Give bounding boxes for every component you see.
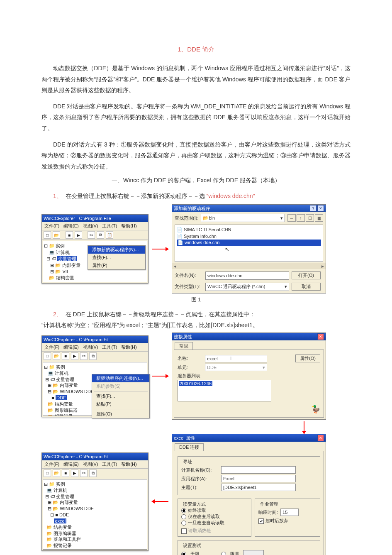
wincc2-title-text: WinCCExplorer - C:\Program Fil <box>44 337 108 342</box>
tool2-cut-icon[interactable]: ✂ <box>80 352 88 360</box>
tree-root[interactable]: 实例 <box>56 243 65 248</box>
paragraph-3: DDE 的对话方式有 3 种：①服务器数据变化时，直接把数据送给客户，由客户对这… <box>41 139 351 172</box>
connprops-name-input[interactable]: excelⅠ <box>205 355 267 362</box>
connprops-unit-label: 单元: <box>178 364 202 371</box>
wincc2-context-menu[interactable]: 新驱动程序的连接(N)... 系统参数(S) 查找(F)... 粘贴(P) 属性… <box>92 374 150 418</box>
t2-alarm[interactable]: 报警记录 <box>55 414 73 416</box>
nav-viewmode-icon[interactable]: ▦ <box>315 214 323 222</box>
menu2-tools[interactable]: 工具(T) <box>102 344 117 350</box>
tree-internal[interactable]: 内部变量 <box>62 263 80 268</box>
menu-view[interactable]: 视图(V) <box>83 223 98 229</box>
ctx-find[interactable]: 查找(F)... <box>88 254 145 262</box>
wincc3-toolbar[interactable]: □📂 ■▶ ✂⧉ <box>42 469 148 478</box>
wincc2-titlebar[interactable]: WinCCExplorer - C:\Program Fil <box>42 336 148 343</box>
filename-field[interactable]: windows dde.chn <box>205 271 289 280</box>
menu2-help[interactable]: 帮助(H) <box>121 344 136 350</box>
tree-graphics[interactable]: 图形编辑 <box>56 282 74 283</box>
ctx2-new-driver-conn[interactable]: 新驱动程序的连接(N)... <box>92 374 149 382</box>
tool-new-icon[interactable]: □ <box>44 231 51 239</box>
tool-copy-icon[interactable]: ⧉ <box>97 231 104 239</box>
menu2-edit[interactable]: 编辑(E) <box>63 344 79 350</box>
connprops-tab-general[interactable]: 常规 <box>175 342 193 350</box>
file-item-0[interactable]: 📄 SIMATIC TI Serial.CHN <box>177 227 321 233</box>
t2-dde[interactable]: DDE <box>56 395 67 400</box>
filetype-field[interactable]: WinCC 通讯驱动程序 (*.chn)▾ <box>205 283 289 291</box>
connprops-close-icon[interactable]: ✕ <box>317 333 324 340</box>
file-list-hscroll[interactable]: ◄► <box>172 263 326 269</box>
wincc1-titlebar[interactable]: WinCCExplorer - C:\Program File <box>42 215 148 222</box>
t3-excel[interactable]: excel <box>54 518 66 523</box>
tree-struct[interactable]: 结构变量 <box>56 275 74 280</box>
excelprops-close-icon[interactable]: ✕ <box>317 435 324 441</box>
tool-run-icon[interactable]: ■ <box>66 231 73 239</box>
topic-input[interactable]: [DDE.xls]Sheet1 <box>221 484 296 491</box>
open-button[interactable]: 打开(O) <box>292 271 321 279</box>
t2-varmgmt[interactable]: 变量管理 <box>56 377 74 382</box>
tool-cut-icon[interactable]: ✂ <box>88 231 95 239</box>
tool2-copy-icon[interactable]: ⧉ <box>89 352 97 360</box>
wincc2-toolbar[interactable]: □ 📂 ■ ▶ ✂ ⧉ <box>42 352 148 361</box>
wincc1-toolbar[interactable]: □ 📂 ■ ▶ ✂ ⧉ 📋 <box>42 230 148 240</box>
server-entry[interactable]: 20001026-1246 <box>179 381 212 386</box>
ctx2-props[interactable]: 属性(O) <box>92 410 149 418</box>
tool2-open-icon[interactable]: 📂 <box>53 352 60 360</box>
openfile-titlebar[interactable]: 添加新的驱动程序 ? ✕ <box>172 205 326 212</box>
t2-computer[interactable]: 计算机 <box>55 371 68 376</box>
ctx2-paste[interactable]: 粘贴(P) <box>92 400 149 408</box>
menu2-file[interactable]: 文件(F) <box>44 344 59 350</box>
tool-open-icon[interactable]: 📂 <box>53 231 60 239</box>
ctx-properties[interactable]: 属性(P) <box>88 262 145 269</box>
ctx2-find[interactable]: 查找(F)... <box>92 392 149 400</box>
wincc3-menubar[interactable]: 文件(F) 编辑(E) 视图(V) 工具(T) 帮助(H) <box>42 460 148 469</box>
t2-windde[interactable]: WINDOWS DDE <box>60 389 94 394</box>
wincc3-tree[interactable]: ⊟ 📁 实例 💻 计算机 ⊟ 🏷 变量管理 ⊞ 📂 内部变量 ⊟ 📂 WINDO… <box>43 479 147 550</box>
tool2-new-icon[interactable]: □ <box>44 352 51 360</box>
menu-tools[interactable]: 工具(T) <box>102 223 117 229</box>
tool-play-icon[interactable]: ▶ <box>75 231 82 239</box>
file-item-2-selected[interactable]: 📄 windows dde.chn <box>177 240 321 246</box>
radio-always[interactable] <box>181 508 188 513</box>
t2-struct[interactable]: 结构变量 <box>55 401 73 406</box>
tree-vii[interactable]: VII <box>62 269 68 274</box>
tree-computer[interactable]: 计算机 <box>56 250 70 255</box>
excelprops-tab[interactable]: DDE 连接 <box>175 443 204 451</box>
tool2-run-icon[interactable]: ■ <box>62 352 69 360</box>
file-item-1[interactable]: 📄 System Info.chn <box>177 233 321 240</box>
t2-internal[interactable]: 内部变量 <box>60 383 78 388</box>
t2-root[interactable]: 实例 <box>56 364 65 369</box>
connprops-titlebar[interactable]: 连接属性 ✕ <box>172 333 326 340</box>
tree-varmgmt[interactable]: 变量管理 <box>57 256 77 261</box>
nav-up-icon[interactable]: ↑ <box>297 214 305 222</box>
cancel-button[interactable]: 取消 <box>292 283 321 291</box>
app-input[interactable]: Excel <box>221 475 296 482</box>
wincc2-menubar[interactable]: 文件(F) 编辑(E) 视图(V) 工具(T) 帮助(H) <box>42 343 148 352</box>
help-icon[interactable]: ? <box>310 205 317 212</box>
menu-edit[interactable]: 编辑(E) <box>63 223 79 229</box>
computer-input[interactable] <box>221 466 296 474</box>
tool2-play-icon[interactable]: ▶ <box>71 352 78 360</box>
file-list[interactable]: 📄 SIMATIC TI Serial.CHN 📄 System Info.ch… <box>175 225 323 262</box>
radio-onchange[interactable] <box>181 514 188 519</box>
wincc1-context-menu[interactable]: 添加新的驱动程序(N)... 查找(F)... 属性(P) <box>88 245 146 270</box>
check-timeout[interactable] <box>258 518 265 524</box>
wincc1-menubar[interactable]: 文件(F) 编辑(E) 视图(V) 工具(T) 帮助(H) <box>42 222 148 230</box>
close-icon[interactable]: ✕ <box>317 205 324 212</box>
menu-file[interactable]: 文件(F) <box>44 223 59 229</box>
tool-paste-icon[interactable]: 📋 <box>106 231 113 239</box>
radio-unlimited[interactable] <box>181 551 188 555</box>
excel-properties-dialog: excel 属性 ✕ DDE 连接 寻址 计算机名称(C): 应用程序(A): <box>172 434 326 555</box>
resp-input[interactable]: 15 <box>280 509 299 516</box>
lookin-field[interactable]: 📂 bin▾ <box>201 214 285 222</box>
nav-newfolder-icon[interactable]: ☐ <box>306 214 314 222</box>
excelprops-titlebar[interactable]: excel 属性 ✕ <box>172 434 326 442</box>
nav-back-icon[interactable]: ← <box>287 214 296 222</box>
connprops-props-button[interactable]: 属性(O) <box>295 355 320 362</box>
radio-auto[interactable] <box>181 520 188 525</box>
menu-help[interactable]: 帮助(H) <box>121 223 136 229</box>
wincc3-titlebar[interactable]: WinCCExplorer - C:\Program Fil <box>42 453 148 460</box>
server-list[interactable]: 20001026-1246 <box>178 380 271 401</box>
ctx-add-driver[interactable]: 添加新的驱动程序(N)... <box>88 246 145 254</box>
radio-limited[interactable] <box>221 551 228 555</box>
menu2-view[interactable]: 视图(V) <box>83 344 98 350</box>
t2-graphic[interactable]: 图形编辑器 <box>55 408 78 413</box>
